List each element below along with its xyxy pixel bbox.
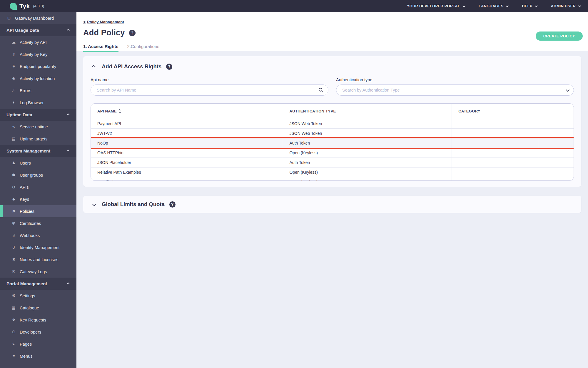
table-row-payment-api[interactable]: Payment API JSON Web Token bbox=[91, 119, 574, 129]
cell-category bbox=[452, 138, 538, 148]
table-row-rectified-posts[interactable]: Rectified Posts Open (Keyless) bbox=[91, 177, 574, 181]
sidebar-item-webhooks[interactable]: ♫ Webhooks bbox=[0, 229, 76, 241]
cell-api-name: Rectified Posts bbox=[91, 177, 283, 181]
chevron-down-icon bbox=[578, 4, 581, 7]
sidebar-item-catalogue[interactable]: ▦ Catalogue bbox=[0, 302, 76, 314]
breadcrumb-label: Policy Management bbox=[87, 20, 124, 24]
chevron-down-icon bbox=[566, 89, 569, 92]
sidebar-item-label: Activity by location bbox=[20, 76, 55, 81]
api-name-search-input[interactable] bbox=[97, 88, 315, 92]
chevron-up-icon bbox=[67, 282, 70, 285]
cell-empty bbox=[538, 119, 574, 128]
chevron-down-icon bbox=[92, 202, 96, 206]
sidebar-item-label: Errors bbox=[20, 88, 31, 93]
tab-configurations[interactable]: 2.Configurations bbox=[127, 44, 159, 52]
sidebar-item-activity-by-key[interactable]: ⚷ Activity by Key bbox=[0, 48, 76, 60]
pages-icon: ➢ bbox=[11, 342, 16, 346]
sidebar-item-user-groups[interactable]: ⚉ User groups bbox=[0, 169, 76, 181]
sidebar-item-gateway-logs[interactable]: ✇ Gateway Logs bbox=[0, 266, 76, 278]
policy-icon: ⚑ bbox=[11, 209, 16, 213]
table-row-oas-httpbin[interactable]: OAS HTTPbin Open (Keyless) bbox=[91, 148, 574, 158]
auth-type-select[interactable]: Search by Authentication Type bbox=[336, 84, 574, 96]
cloud-icon: ☁ bbox=[11, 40, 16, 44]
cell-empty bbox=[538, 148, 574, 158]
sidebar-item-label: APIs bbox=[20, 185, 29, 190]
chevron-down-icon bbox=[462, 4, 465, 7]
branch-icon: ⚘ bbox=[11, 64, 16, 69]
nav-developer-portal[interactable]: YOUR DEVELOPER PORTAL bbox=[407, 4, 465, 8]
sidebar-item-activity-by-api[interactable]: ☁ Activity by API bbox=[0, 36, 76, 48]
bank-icon: ♜ bbox=[11, 257, 16, 262]
nav-languages[interactable]: LANGUAGES bbox=[479, 4, 508, 8]
collapse-button[interactable] bbox=[91, 65, 97, 68]
sidebar-item-policies[interactable]: ⚑ Policies bbox=[0, 205, 76, 217]
chevron-up-icon bbox=[67, 113, 70, 116]
sidebar-item-gateway-dashboard[interactable]: ⊡ Gateway Dashboard bbox=[0, 12, 76, 24]
expand-button[interactable] bbox=[91, 203, 97, 206]
column-api-name[interactable]: API NAME bbox=[91, 104, 283, 119]
table-row-noop-highlighted[interactable]: NoOp Auth Token bbox=[91, 138, 574, 148]
sort-icon[interactable] bbox=[119, 109, 121, 113]
cell-auth-type: Open (Keyless) bbox=[283, 177, 452, 181]
help-icon[interactable]: ? bbox=[166, 64, 172, 70]
cell-api-name: Relative Path Examples bbox=[91, 168, 283, 177]
tab-access-rights[interactable]: 1. Access Rights bbox=[83, 44, 118, 52]
sidebar-item-errors[interactable]: ☄ Errors bbox=[0, 84, 76, 97]
sidebar-item-identity-management[interactable]: ☌ Identity Management bbox=[0, 241, 76, 253]
tyk-logo[interactable]: Tyk (4.3.3) bbox=[10, 3, 44, 10]
sidebar-item-nodes-and-licenses[interactable]: ♜ Nodes and Licenses bbox=[0, 253, 76, 266]
create-policy-button[interactable]: CREATE POLICY bbox=[536, 32, 583, 41]
table-row-json-placeholder[interactable]: JSON Placeholder Auth Token bbox=[91, 158, 574, 168]
bomb-icon: ☄ bbox=[11, 88, 16, 93]
sidebar-item-menus[interactable]: ≡ Menus bbox=[0, 350, 76, 362]
key-icon: ⚷ bbox=[11, 52, 16, 57]
sidebar-section-api-usage-data[interactable]: API Usage Data bbox=[0, 24, 76, 36]
gears-icon: ⚙ bbox=[11, 185, 16, 189]
sidebar-item-pages[interactable]: ➢ Pages bbox=[0, 338, 76, 350]
nav-help[interactable]: HELP bbox=[522, 4, 537, 8]
sidebar-item-label: Identity Management bbox=[20, 245, 59, 250]
nav-admin-user[interactable]: ADMIN USER bbox=[551, 4, 580, 8]
global-limits-card: Global Limits and Quota ? bbox=[83, 196, 581, 213]
column-empty bbox=[538, 104, 574, 119]
sidebar-item-uptime-targets[interactable]: ▤ Uptime targets bbox=[0, 133, 76, 145]
sidebar-item-keys[interactable]: ♣ Keys bbox=[0, 193, 76, 205]
table-row-relative-path-examples[interactable]: Relative Path Examples Open (Keyless) bbox=[91, 168, 574, 177]
help-icon[interactable]: ? bbox=[129, 30, 136, 36]
table-row-jwt-v2[interactable]: JWT-V2 JSON Web Token bbox=[91, 129, 574, 138]
api-name-search-field[interactable] bbox=[91, 84, 328, 96]
cell-empty bbox=[538, 158, 574, 167]
sidebar-item-label: Activity by API bbox=[20, 40, 47, 45]
breadcrumb[interactable]: < Policy Management bbox=[83, 20, 124, 24]
sidebar-item-label: Gateway Logs bbox=[20, 269, 47, 274]
sidebar-item-service-uptime[interactable]: ∿ Service uptime bbox=[0, 121, 76, 133]
nodes-icon: ♣ bbox=[11, 197, 16, 201]
sidebar-section-system-management[interactable]: System Management bbox=[0, 145, 76, 157]
sidebar-item-users[interactable]: ♟ Users bbox=[0, 157, 76, 169]
sidebar-section-portal-management[interactable]: Portal Management bbox=[0, 278, 76, 290]
section-label: Uptime Data bbox=[6, 112, 32, 117]
sidebar-item-certificates[interactable]: ❃ Certificates bbox=[0, 217, 76, 229]
sidebar-item-apis[interactable]: ⚙ APIs bbox=[0, 181, 76, 193]
wrench-icon: ⚒ bbox=[11, 294, 16, 298]
sidebar-item-log-browser[interactable]: ✶ Log Browser bbox=[0, 97, 76, 109]
help-icon[interactable]: ? bbox=[169, 201, 176, 208]
developers-icon: ⚇ bbox=[11, 330, 16, 334]
sidebar-item-endpoint-popularity[interactable]: ⚘ Endpoint popularity bbox=[0, 60, 76, 72]
sidebar-section-uptime-data[interactable]: Uptime Data bbox=[0, 109, 76, 121]
cell-auth-type: Auth Token bbox=[283, 158, 452, 167]
nav-label: HELP bbox=[522, 4, 532, 8]
cell-category bbox=[452, 119, 538, 128]
menu-icon: ≡ bbox=[11, 354, 16, 358]
sidebar-item-key-requests[interactable]: ❖ Key Requests bbox=[0, 314, 76, 326]
wave-icon: ∿ bbox=[11, 125, 16, 129]
cell-auth-type: JSON Web Token bbox=[283, 129, 452, 138]
main-content: < Policy Management Add Policy ? CREATE … bbox=[76, 12, 588, 368]
cell-api-name: NoOp bbox=[91, 138, 283, 148]
globe-icon: ⊕ bbox=[11, 76, 16, 81]
search-icon bbox=[318, 88, 323, 93]
top-bar: Tyk (4.3.3) YOUR DEVELOPER PORTAL LANGUA… bbox=[0, 0, 588, 12]
sidebar-item-activity-by-location[interactable]: ⊕ Activity by location bbox=[0, 72, 76, 84]
sidebar-item-settings[interactable]: ⚒ Settings bbox=[0, 290, 76, 302]
sidebar-item-developers[interactable]: ⚇ Developers bbox=[0, 326, 76, 338]
